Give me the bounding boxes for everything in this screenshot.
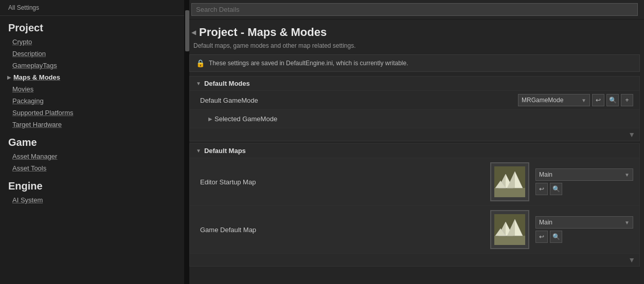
- svg-rect-8: [494, 236, 525, 245]
- page-title: Project - Maps & Modes: [199, 26, 327, 39]
- game-default-map-controls: Main ▼ ↩ 🔍: [490, 210, 633, 249]
- game-default-map-dropdown-value: Main: [539, 219, 552, 226]
- info-bar: 🔒 These settings are saved in DefaultEng…: [189, 54, 640, 72]
- default-gamemode-search-button[interactable]: 🔍: [606, 94, 619, 106]
- default-maps-title-bar[interactable]: ▼ Default Maps: [190, 144, 639, 158]
- default-modes-footer: ▼: [190, 128, 639, 141]
- default-modes-down-arrow-icon: ▼: [628, 130, 635, 139]
- editor-startup-map-controls: Main ▼ ↩ 🔍: [490, 162, 633, 201]
- sidebar-item-gameplay-tags[interactable]: GameplayTags: [0, 60, 184, 71]
- default-maps-section: ▼ Default Maps Editor Startup Map: [189, 143, 640, 267]
- search-bar: [185, 0, 644, 20]
- content-area: ◀ Project - Maps & Modes Default maps, g…: [185, 20, 644, 284]
- main-content: ◀ Project - Maps & Modes Default maps, g…: [185, 0, 644, 284]
- game-default-map-dropdown-arrow-icon: ▼: [624, 220, 630, 225]
- default-gamemode-add-button[interactable]: +: [621, 94, 633, 106]
- project-section-header: Project: [0, 16, 184, 36]
- lock-icon: 🔒: [196, 59, 205, 67]
- game-default-map-search-button[interactable]: 🔍: [550, 231, 562, 243]
- game-section-header: Game: [0, 130, 184, 150]
- engine-section-header: Engine: [0, 174, 184, 194]
- default-modes-section: ▼ Default Modes Default GameMode MRGameM…: [189, 76, 640, 141]
- editor-startup-map-reset-button[interactable]: ↩: [535, 183, 548, 195]
- sidebar-item-packaging[interactable]: Packaging: [0, 95, 184, 107]
- all-settings-link[interactable]: All Settings: [0, 0, 184, 16]
- page-title-arrow-icon: ◀: [191, 29, 196, 36]
- page-subtitle: Default maps, game modes and other map r…: [185, 41, 644, 54]
- game-default-map-row: Game Default Map: [190, 205, 639, 253]
- maps-modes-arrow-icon: ▶: [7, 74, 11, 80]
- editor-startup-map-label: Editor Startup Map: [200, 178, 490, 186]
- sidebar-item-crypto[interactable]: Crypto: [0, 36, 184, 48]
- editor-startup-map-dropdown-arrow-icon: ▼: [624, 172, 630, 178]
- sidebar-scrollbar-thumb[interactable]: [185, 10, 189, 51]
- game-default-map-dropdown-col: Main ▼ ↩ 🔍: [535, 216, 633, 243]
- sidebar-item-maps-modes-label: Maps & Modes: [13, 73, 60, 81]
- default-gamemode-reset-button[interactable]: ↩: [592, 94, 604, 106]
- default-maps-title: Default Maps: [204, 147, 246, 155]
- default-gamemode-dropdown-value: MRGameMode: [522, 97, 563, 104]
- info-message: These settings are saved in DefaultEngin…: [209, 60, 408, 67]
- sidebar-scrollbar: [185, 0, 189, 284]
- editor-startup-map-search-button[interactable]: 🔍: [550, 183, 562, 195]
- sidebar-item-description[interactable]: Description: [0, 48, 184, 60]
- sidebar-item-movies[interactable]: Movies: [0, 83, 184, 95]
- editor-startup-map-thumbnail: [490, 162, 529, 201]
- default-gamemode-row: Default GameMode MRGameMode ▼ ↩ 🔍 +: [190, 90, 639, 109]
- default-gamemode-dropdown-arrow-icon: ▼: [581, 98, 586, 103]
- game-default-map-label: Game Default Map: [200, 226, 490, 234]
- sidebar: All Settings Project Crypto Description …: [0, 0, 185, 284]
- default-maps-down-arrow-icon: ▼: [628, 256, 635, 264]
- default-maps-footer: ▼: [190, 253, 639, 266]
- search-input[interactable]: [191, 3, 638, 16]
- page-title-row: ◀ Project - Maps & Modes: [185, 20, 644, 41]
- sidebar-item-asset-tools[interactable]: Asset Tools: [0, 162, 184, 174]
- selected-gamemode-expand-icon[interactable]: ▶: [208, 116, 212, 122]
- default-gamemode-controls: MRGameMode ▼ ↩ 🔍 +: [518, 94, 633, 106]
- svg-rect-1: [494, 188, 525, 197]
- selected-gamemode-label: ▶ Selected GameMode: [200, 115, 633, 123]
- game-default-map-thumbnail: [490, 210, 529, 249]
- selected-gamemode-row: ▶ Selected GameMode: [190, 109, 639, 128]
- sidebar-item-maps-modes[interactable]: ▶ Maps & Modes: [0, 71, 184, 83]
- default-gamemode-label: Default GameMode: [200, 97, 518, 104]
- editor-startup-map-dropdown[interactable]: Main ▼: [535, 168, 633, 181]
- default-modes-title-bar[interactable]: ▼ Default Modes: [190, 77, 639, 90]
- game-default-map-dropdown[interactable]: Main ▼: [535, 216, 633, 229]
- default-gamemode-dropdown[interactable]: MRGameMode ▼: [518, 94, 590, 106]
- default-modes-title: Default Modes: [204, 80, 250, 87]
- editor-startup-map-dropdown-col: Main ▼ ↩ 🔍: [535, 168, 633, 195]
- sidebar-item-target-hardware[interactable]: Target Hardware: [0, 119, 184, 130]
- default-modes-collapse-icon: ▼: [196, 81, 201, 86]
- selected-gamemode-text: Selected GameMode: [214, 115, 277, 123]
- sidebar-item-supported-platforms[interactable]: Supported Platforms: [0, 107, 184, 119]
- editor-startup-map-dropdown-value: Main: [539, 171, 552, 178]
- editor-startup-map-row: Editor Startup Map: [190, 158, 639, 205]
- default-maps-collapse-icon: ▼: [196, 148, 201, 154]
- sidebar-item-asset-manager[interactable]: Asset Manager: [0, 150, 184, 162]
- game-default-map-reset-button[interactable]: ↩: [535, 231, 548, 243]
- sidebar-item-ai-system[interactable]: AI System: [0, 194, 184, 206]
